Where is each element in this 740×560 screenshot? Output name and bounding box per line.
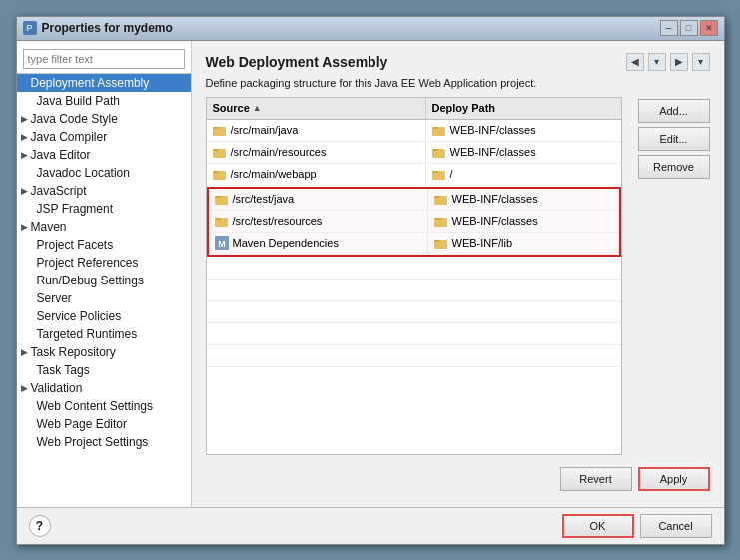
deploy-cell: WEB-INF/classes	[428, 211, 619, 232]
table-body: /src/main/java WEB-INF/classes	[207, 120, 621, 454]
folder-icon	[434, 194, 448, 205]
properties-dialog: P Properties for mydemo ─ □ ✕ Deployment…	[16, 16, 725, 545]
sidebar-item-web-page-editor[interactable]: Web Page Editor	[17, 415, 191, 433]
sidebar-item-label: Project Facets	[37, 238, 114, 252]
description-text: Define packaging structure for this Java…	[206, 77, 710, 89]
sidebar-item-java-editor[interactable]: ▶ Java Editor	[17, 146, 191, 164]
minimize-button[interactable]: ─	[660, 20, 678, 36]
dialog-footer: ? OK Cancel	[17, 507, 724, 544]
sidebar-item-label: Targeted Runtimes	[37, 327, 138, 341]
edit-button[interactable]: Edit...	[638, 127, 710, 151]
table-row[interactable]: M Maven Dependencies WEB-INF/li	[209, 233, 619, 255]
sidebar-item-label: Java Editor	[31, 148, 91, 162]
nav-dropdown[interactable]: ▾	[648, 53, 666, 71]
sidebar-item-task-repository[interactable]: ▶ Task Repository	[17, 343, 191, 361]
sidebar-item-java-code-style[interactable]: ▶ Java Code Style	[17, 110, 191, 128]
table-row[interactable]: /src/test/resources WEB-INF/classes	[209, 211, 619, 233]
sidebar-item-web-content-settings[interactable]: Web Content Settings	[17, 397, 191, 415]
deploy-cell: WEB-INF/classes	[428, 189, 619, 210]
svg-rect-15	[434, 196, 440, 198]
folder-icon	[434, 238, 448, 249]
svg-rect-9	[213, 171, 219, 173]
source-cell: /src/main/webapp	[207, 164, 426, 185]
title-bar: P Properties for mydemo ─ □ ✕	[17, 17, 724, 41]
table-row-empty	[207, 258, 621, 280]
table-row-empty	[207, 323, 621, 345]
sidebar-item-label: Run/Debug Settings	[37, 274, 144, 287]
deployment-table: Source ▲ Deploy Path	[206, 97, 622, 455]
sidebar-item-maven[interactable]: ▶ Maven	[17, 218, 191, 236]
cancel-button[interactable]: Cancel	[640, 514, 712, 538]
filter-box	[17, 45, 191, 74]
ok-button[interactable]: OK	[562, 514, 634, 538]
svg-rect-23	[434, 240, 440, 242]
sidebar-item-label: JavaScript	[31, 184, 87, 198]
sidebar-item-project-facets[interactable]: Project Facets	[17, 236, 191, 254]
remove-button[interactable]: Remove	[638, 155, 710, 179]
sidebar-item-javadoc-location[interactable]: Javadoc Location	[17, 164, 191, 182]
expand-arrow: ▶	[21, 114, 29, 124]
sidebar-item-label: Web Project Settings	[37, 435, 149, 449]
help-button[interactable]: ?	[29, 515, 51, 537]
back-button[interactable]: ◀	[626, 53, 644, 71]
expand-arrow: ▶	[21, 150, 29, 160]
source-cell: /src/test/resources	[209, 211, 428, 232]
deploy-cell: WEB-INF/lib	[428, 233, 619, 254]
folder-icon	[215, 194, 229, 205]
dialog-icon: P	[23, 21, 37, 35]
table-row[interactable]: /src/test/java WEB-INF/classes	[209, 189, 619, 211]
svg-rect-7	[432, 149, 438, 151]
folder-icon	[215, 216, 229, 227]
sidebar-item-javascript[interactable]: ▶ JavaScript	[17, 182, 191, 200]
dialog-body: Deployment Assembly Java Build Path ▶ Ja…	[17, 41, 724, 507]
table-row[interactable]: /src/main/resources WEB-INF/classes	[207, 142, 621, 164]
table-row[interactable]: /src/main/webapp /	[207, 164, 621, 186]
folder-icon	[213, 169, 227, 180]
sidebar-item-java-build-path[interactable]: Java Build Path	[17, 92, 191, 110]
add-button[interactable]: Add...	[638, 99, 710, 123]
folder-icon	[213, 147, 227, 158]
sidebar-item-jsp-fragment[interactable]: JSP Fragment	[17, 200, 191, 218]
table-row-empty	[207, 345, 621, 367]
nav-menu-button[interactable]: ▾	[692, 53, 710, 71]
svg-rect-1	[213, 127, 219, 129]
folder-icon	[434, 216, 448, 227]
sidebar-item-label: Task Tags	[37, 363, 90, 377]
dialog-title: Properties for mydemo	[42, 21, 660, 35]
sidebar-item-project-references[interactable]: Project References	[17, 254, 191, 272]
sidebar-item-server[interactable]: Server	[17, 289, 191, 307]
apply-button[interactable]: Apply	[638, 467, 710, 491]
forward-button[interactable]: ▶	[670, 53, 688, 71]
sidebar-item-label: Maven	[31, 220, 67, 234]
sidebar-item-java-compiler[interactable]: ▶ Java Compiler	[17, 128, 191, 146]
filter-input[interactable]	[23, 49, 185, 69]
no-expand-spacer	[21, 78, 29, 88]
sidebar-item-validation[interactable]: ▶ Validation	[17, 379, 191, 397]
revert-button[interactable]: Revert	[560, 467, 632, 491]
section-header: Web Deployment Assembly ◀ ▾ ▶ ▾	[206, 53, 710, 71]
deploy-cell: /	[426, 164, 621, 185]
expand-arrow: ▶	[21, 383, 29, 393]
sidebar-item-targeted-runtimes[interactable]: Targeted Runtimes	[17, 325, 191, 343]
sidebar-item-label: Java Code Style	[31, 112, 118, 126]
source-cell: /src/test/java	[209, 189, 428, 210]
expand-arrow: ▶	[21, 347, 29, 357]
svg-rect-11	[432, 171, 438, 173]
sidebar-item-run-debug-settings[interactable]: Run/Debug Settings	[17, 272, 191, 289]
nav-icons: ◀ ▾ ▶ ▾	[626, 53, 710, 71]
sidebar-item-label: Deployment Assembly	[31, 76, 150, 90]
svg-rect-5	[213, 149, 219, 151]
sidebar-item-service-policies[interactable]: Service Policies	[17, 307, 191, 325]
close-button[interactable]: ✕	[700, 20, 718, 36]
table-row[interactable]: /src/main/java WEB-INF/classes	[207, 120, 621, 142]
sidebar-item-web-project-settings[interactable]: Web Project Settings	[17, 433, 191, 451]
sidebar-item-label: Server	[37, 291, 72, 305]
sidebar-item-task-tags[interactable]: Task Tags	[17, 361, 191, 379]
folder-icon	[432, 147, 446, 158]
sidebar-item-label: Validation	[31, 381, 83, 395]
footer-buttons: OK Cancel	[562, 514, 712, 538]
sidebar-item-deployment-assembly[interactable]: Deployment Assembly	[17, 74, 191, 92]
expand-arrow: ▶	[21, 222, 29, 232]
maximize-button[interactable]: □	[680, 20, 698, 36]
sidebar-item-label: Task Repository	[31, 345, 116, 359]
